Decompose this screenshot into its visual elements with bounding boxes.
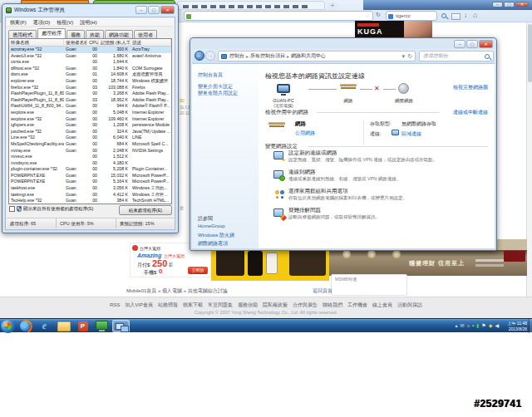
footer-link[interactable]: 活動與採訪 bbox=[397, 302, 422, 307]
network-task-title[interactable]: 選擇家用群組和共用選項 bbox=[288, 188, 348, 195]
tab-效能[interactable]: 效能 bbox=[86, 30, 104, 38]
menu-item[interactable]: 檔案(F) bbox=[10, 19, 27, 25]
computer-icon[interactable] bbox=[277, 84, 290, 93]
ad-buy-button[interactable]: 立即購 bbox=[188, 267, 208, 274]
panel-icon[interactable] bbox=[451, 13, 461, 20]
see-also-item[interactable]: HomeGroup bbox=[198, 223, 225, 228]
show-desktop-button[interactable] bbox=[529, 319, 532, 333]
share-panel[interactable]: MSN即時通 bbox=[331, 274, 407, 296]
menu-item[interactable]: 選項(O) bbox=[33, 19, 51, 25]
see-also-item[interactable]: 網際網路選項 bbox=[198, 240, 228, 248]
process-row[interactable]: explorer.exeGuan0018,744 KWindows 檔案總管 bbox=[9, 78, 171, 85]
network-task-item[interactable]: 設定新的連線或網路設定無線、寬頻、撥號、臨機操作或 VPN 連線；或設定路由器或… bbox=[265, 150, 488, 168]
action-center-flag-icon[interactable]: ⚑ bbox=[481, 322, 485, 329]
minimize-button[interactable]: – bbox=[454, 40, 466, 48]
tab-應用程式[interactable]: 應用程式 bbox=[8, 30, 37, 38]
process-row[interactable]: POWERPNT.EXEGuan005,164 KMicrosoft Power… bbox=[9, 179, 171, 185]
show-all-users-checkbox[interactable]: 顯示來自所有使用者的處理程序(S) bbox=[9, 206, 93, 212]
footer-link[interactable]: 線上會員 bbox=[372, 302, 392, 307]
tab-使用者[interactable]: 使用者 bbox=[134, 30, 157, 38]
process-row[interactable]: nvvsvc.exe001,512 K bbox=[9, 154, 171, 160]
internet-globe-icon[interactable] bbox=[398, 83, 409, 94]
hidden-icons-chevron[interactable]: ▴ bbox=[456, 322, 458, 329]
tab-網路功能[interactable]: 網路功能 bbox=[105, 30, 133, 38]
lan-status-icon[interactable]: ▮ bbox=[476, 322, 479, 329]
public-network-link[interactable]: 公用網路 bbox=[295, 130, 315, 137]
process-row[interactable]: FlashPlayerPlugin_11_8_80...Guan003,268 … bbox=[9, 91, 171, 97]
refresh-icon[interactable]: ↻ bbox=[407, 53, 412, 60]
network-task-title[interactable]: 疑難排解問題 bbox=[288, 207, 321, 214]
footer-link[interactable]: 工作機會 bbox=[347, 302, 367, 307]
close-button[interactable]: ✕ bbox=[479, 40, 493, 48]
search-magnifier-icon[interactable] bbox=[441, 13, 446, 18]
network-task-item[interactable]: 選擇家用群組和共用選項存取位於其他網路電腦的檔案和印表機，或變更共用設定。 bbox=[265, 188, 488, 206]
sidebar-item[interactable]: 變更進階共用設定 bbox=[198, 90, 238, 97]
network-task-title[interactable]: 設定新的連線或網路 bbox=[288, 150, 337, 157]
process-row[interactable]: taskhost.exeGuan003,056 KWindows 工作的... bbox=[9, 185, 171, 192]
task-manager-titlebar[interactable]: Windows 工作管理員 bbox=[6, 6, 65, 15]
avast-tray-icon[interactable]: a bbox=[467, 322, 470, 329]
back-to-top-link[interactable]: 返回頁首 bbox=[313, 287, 332, 295]
end-process-button[interactable]: 結束處理程序(E) bbox=[119, 205, 172, 215]
network-bench-icon[interactable] bbox=[340, 84, 357, 92]
process-row[interactable]: FlashUtil64_11_8_800_94...Guan00944 KAdo… bbox=[9, 103, 171, 110]
process-row[interactable]: plugin-container.exe *32Guan005,208 KPlu… bbox=[9, 166, 171, 173]
url-bar[interactable]: ☆ bbox=[184, 11, 373, 21]
process-row[interactable]: dllhost.exe *32Guan001,840 KCOM Surrogat… bbox=[9, 66, 171, 72]
tab-服務[interactable]: 服務 bbox=[66, 30, 85, 38]
tab-處理程序[interactable]: 處理程序 bbox=[37, 28, 66, 38]
taskbar-clock[interactable]: 上午 11:48 2013/8/26 bbox=[507, 321, 527, 331]
process-row[interactable]: jusched.exe *32Guan00324 KJava(TM) Updat… bbox=[9, 129, 171, 135]
network-task-item[interactable]: 連線到網路連線或重新連線到無線、有線、撥號或 VPN 網路連線。 bbox=[265, 169, 488, 187]
browser-tab[interactable] bbox=[177, 1, 325, 10]
process-row[interactable]: MsSpellCheckingFacility.exeGuan00684 KMi… bbox=[9, 141, 171, 148]
process-row[interactable]: iexplore.exeGuan005,048 KInternet Explor… bbox=[9, 110, 171, 116]
process-row[interactable]: POWERPNT.EXEGuan0015,032 KMicrosoft Powe… bbox=[9, 173, 171, 179]
network-warning-icon[interactable]: ◆ bbox=[489, 322, 493, 329]
process-row[interactable]: acrotray.exe *32Guan00300 KAcroTray bbox=[9, 47, 171, 53]
process-row[interactable]: taskmgr.exeGuan004,412 KWindows 工作管... bbox=[9, 192, 171, 199]
footer-link[interactable]: 常見問題集 bbox=[208, 302, 233, 307]
address-breadcrumb-bar[interactable]: 控制台▸所有控制台項目▸網路和共用中心 ▾ ↻ bbox=[218, 51, 416, 61]
explorer-icon[interactable] bbox=[55, 320, 72, 332]
breadcrumb-item[interactable]: 控制台 bbox=[229, 52, 244, 60]
address-dropdown-icon[interactable]: ▾ bbox=[402, 53, 406, 60]
back-button[interactable]: ← bbox=[195, 51, 204, 61]
process-row[interactable]: iexplore.exe *32Guan00109,460 KInternet … bbox=[9, 116, 171, 123]
process-row[interactable]: AvastUI.exe *32Guan001,680 Kavast! Antiv… bbox=[9, 53, 171, 60]
checkbox-icon[interactable] bbox=[9, 206, 15, 212]
footer-link[interactable]: 加入VIP會員 bbox=[125, 302, 153, 307]
search-input[interactable]: tigercc bbox=[386, 11, 437, 21]
process-row[interactable]: nvtray.exeGuan002,048 KNVIDIA Settings bbox=[9, 148, 171, 155]
no-connection-x-icon[interactable]: ✕ bbox=[374, 85, 380, 92]
control-panel-search-input[interactable]: 搜尋控制台 bbox=[419, 51, 494, 61]
breadcrumb-item[interactable]: 網路和共用中心 bbox=[291, 52, 326, 60]
footer-link[interactable]: 檔案下載 bbox=[183, 302, 203, 307]
firefox-close-button[interactable]: ✕ bbox=[515, 2, 529, 7]
network-icon[interactable] bbox=[112, 320, 130, 332]
bank-ad[interactable]: 穩健理財 信用至上 bbox=[329, 249, 527, 276]
firefox-maximize-button[interactable]: ▢ bbox=[504, 2, 515, 7]
close-button[interactable]: ✕ bbox=[160, 6, 175, 14]
forward-button[interactable]: → bbox=[205, 51, 215, 61]
firefox-minimize-button[interactable]: – bbox=[492, 2, 503, 7]
process-row[interactable]: igfxpers.exeGuan001,208 Kpersistence Mod… bbox=[9, 122, 171, 129]
process-row[interactable]: FlashPlayerPlugin_11_8_80...Guan0318,952… bbox=[9, 97, 171, 104]
mail-tray-icon[interactable]: ✉ bbox=[461, 322, 465, 329]
column-header[interactable]: 使用者名稱 bbox=[64, 39, 87, 46]
page-scrollbar[interactable] bbox=[526, 22, 532, 318]
process-row[interactable]: Line.exe *32Guan006,040 KLINE bbox=[9, 135, 171, 141]
local-connection-link[interactable]: 區域連線 bbox=[401, 130, 421, 138]
footer-link[interactable]: RSS bbox=[110, 302, 120, 307]
ie-icon[interactable] bbox=[36, 320, 53, 332]
menu-item[interactable]: 檢視(V) bbox=[57, 19, 73, 25]
download-arrow-icon[interactable]: ↓ bbox=[464, 12, 467, 19]
column-header[interactable]: 映像名稱 bbox=[9, 39, 64, 46]
network-task-item[interactable]: 疑難排解問題診斷與修復網路問題，或取得疑難排解資訊。 bbox=[265, 207, 488, 225]
footer-link[interactable]: 合作與廣告 bbox=[293, 302, 318, 307]
column-header[interactable]: CPU bbox=[87, 39, 99, 46]
footer-link[interactable]: 服務信箱 bbox=[238, 302, 258, 307]
powerpoint-icon[interactable] bbox=[74, 320, 91, 332]
recorder-icon[interactable] bbox=[93, 320, 111, 332]
footer-link[interactable]: 站務簡報 bbox=[158, 302, 178, 307]
